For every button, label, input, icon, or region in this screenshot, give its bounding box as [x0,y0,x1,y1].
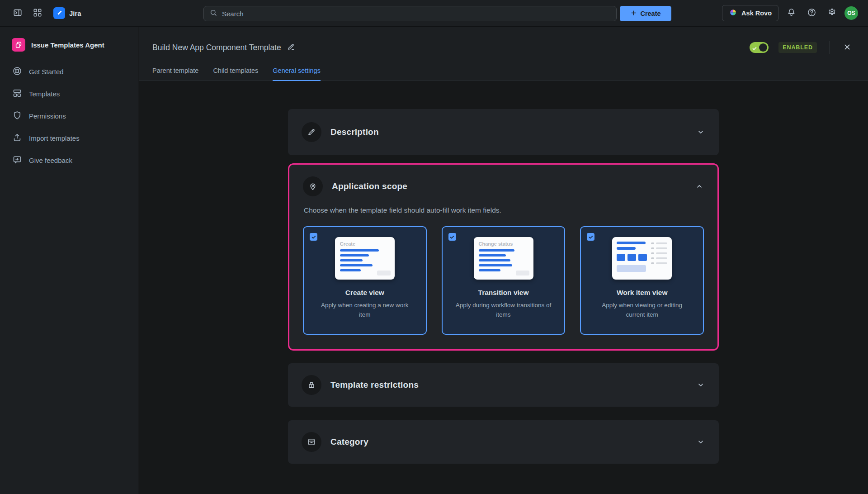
bell-icon [787,8,796,19]
illustration-button-shape [516,271,529,276]
sidebar-item-give-feedback[interactable]: Give feedback [7,149,131,171]
rovo-icon [729,8,737,18]
ask-rovo-button[interactable]: Ask Rovo [722,5,778,21]
illustration-label: Create [340,241,390,247]
sidebar-toggle-button[interactable] [10,5,25,21]
section-template-restrictions[interactable]: Template restrictions [288,363,719,407]
search-input[interactable] [222,10,611,18]
create-view-illustration: Create [335,237,395,280]
work-item-view-illustration [612,237,672,280]
option-description: Apply during workflow transitions of ite… [456,301,552,320]
user-avatar[interactable]: OS [844,6,858,20]
sidebar-app-title: Issue Templates Agent [31,41,104,49]
upload-icon [12,133,22,144]
tab-general-settings[interactable]: General settings [273,67,321,81]
description-icon [302,122,321,142]
edit-title-button[interactable] [287,43,295,52]
sidebar-item-import-templates[interactable]: Import templates [7,127,131,149]
option-card-work-item-view[interactable]: Work item view Apply when viewing or edi… [580,226,704,335]
tab-child-templates[interactable]: Child templates [213,67,258,81]
section-category[interactable]: Category [288,420,719,464]
chevron-up-icon[interactable] [695,182,704,191]
tab-bar: Parent template Child templates General … [152,67,321,81]
sidebar-toggle-icon [13,8,23,19]
option-title: Work item view [617,289,668,297]
transition-view-illustration: Change status [474,237,533,280]
left-sidebar: Issue Templates Agent Get Started Templa… [0,27,138,494]
app-grid-icon [33,8,42,19]
create-button[interactable]: Create [620,6,671,21]
feedback-bubble-icon [12,155,22,166]
sidebar-item-get-started[interactable]: Get Started [7,61,131,83]
sidebar-item-label: Templates [29,90,60,98]
avatar-initials: OS [847,10,855,16]
status-badge: ENABLED [778,42,817,53]
gear-icon [827,8,837,19]
top-navigation-bar: Jira Create Ask Rovo [0,0,868,27]
toggle-knob [759,43,767,52]
page-title: Build New App Component Template [152,43,281,52]
topbar-right-group: Ask Rovo OS [722,5,858,21]
help-button[interactable] [804,5,819,21]
tab-parent-template[interactable]: Parent template [152,67,198,81]
sidebar-app-header: Issue Templates Agent [7,33,131,61]
section-title: Template restrictions [330,380,419,390]
section-title: Description [330,127,379,137]
checkbox-transition-view[interactable] [448,233,456,241]
archive-box-icon [302,432,321,452]
application-scope-header[interactable]: Application scope [303,176,704,196]
application-scope-subtitle: Choose when the template field should au… [304,206,704,214]
sidebar-item-permissions[interactable]: Permissions [7,105,131,127]
jira-home-link[interactable]: Jira [53,7,81,19]
settings-button[interactable] [824,5,840,21]
chevron-down-icon[interactable] [696,128,705,137]
enabled-toggle[interactable] [750,42,769,53]
notifications-button[interactable] [783,5,799,21]
sidebar-item-label: Get Started [29,68,64,76]
section-title: Application scope [332,181,407,191]
template-header: Build New App Component Template ENABLED [139,27,868,81]
ask-rovo-label: Ask Rovo [741,10,772,17]
scope-options: Create Create view Apply when creating a… [303,226,704,335]
question-circle-icon [807,8,816,19]
location-pin-icon [303,176,323,196]
section-title: Category [330,437,368,447]
global-search[interactable] [203,6,617,21]
issue-templates-agent-icon [12,38,25,52]
option-description: Apply when viewing or editing current it… [594,301,690,320]
topbar-left-group: Jira [10,5,81,21]
plus-icon [630,10,637,18]
close-icon [843,43,852,53]
illustration-button-shape [377,271,391,276]
toggle-check-icon [752,45,757,53]
sidebar-item-label: Give feedback [29,157,72,164]
option-title: Create view [345,289,384,297]
life-buoy-icon [12,66,22,78]
chevron-down-icon[interactable] [696,437,705,446]
checkbox-work-item-view[interactable] [587,233,594,241]
app-name: Jira [69,10,81,17]
main-panel: Build New App Component Template ENABLED [139,27,868,494]
section-description[interactable]: Description [288,109,719,155]
sidebar-item-templates[interactable]: Templates [7,83,131,105]
chevron-down-icon[interactable] [696,380,705,390]
header-divider [830,41,830,54]
option-card-create-view[interactable]: Create Create view Apply when creating a… [303,226,427,335]
illustration-label: Change status [479,241,528,247]
create-button-label: Create [640,10,660,17]
sidebar-item-label: Import templates [29,134,80,142]
lock-icon [302,375,321,395]
sidebar-item-label: Permissions [29,112,66,120]
search-icon [209,9,217,19]
checkbox-create-view[interactable] [310,233,317,241]
close-button[interactable] [843,43,852,53]
pencil-icon [287,43,295,52]
option-description: Apply when creating a new work item [317,301,413,320]
option-title: Transition view [478,289,529,297]
app-switcher-button[interactable] [30,5,45,21]
jira-logo-icon [53,7,65,19]
sidebar-nav: Get Started Templates Permissions Import… [7,61,131,171]
settings-content: Description Application scope Choose whe… [139,81,868,494]
option-card-transition-view[interactable]: Change status Transition view Apply duri… [442,226,566,335]
shield-icon [12,110,22,122]
